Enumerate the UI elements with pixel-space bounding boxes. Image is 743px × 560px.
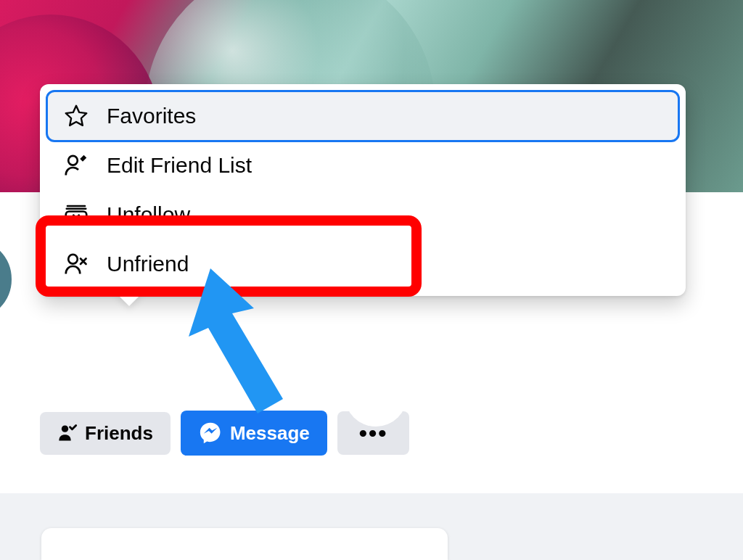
friends-dropdown-menu: Favorites Edit Friend List Unfollow	[40, 84, 686, 296]
message-button-label: Message	[230, 422, 310, 445]
dropdown-tail	[116, 293, 142, 306]
friends-icon	[57, 423, 78, 443]
dropdown-item-unfriend[interactable]: Unfriend	[47, 239, 678, 289]
archive-x-icon	[63, 202, 89, 228]
dropdown-item-label: Edit Friend List	[107, 153, 252, 178]
svg-point-0	[62, 426, 68, 432]
svg-point-1	[68, 156, 78, 165]
message-button[interactable]: Message	[181, 411, 327, 456]
dropdown-item-unfollow[interactable]: Unfollow	[47, 190, 678, 239]
friends-button[interactable]: Friends	[40, 412, 171, 455]
dropdown-item-label: Favorites	[107, 104, 196, 128]
svg-point-3	[68, 255, 78, 264]
dropdown-item-favorites[interactable]: Favorites	[47, 91, 678, 141]
dropdown-item-label: Unfollow	[107, 202, 190, 227]
friends-button-label: Friends	[85, 422, 153, 445]
dropdown-item-edit-friend-list[interactable]: Edit Friend List	[47, 141, 678, 190]
star-icon	[63, 103, 89, 129]
person-edit-icon	[63, 152, 89, 178]
avatar-story-badge	[345, 364, 407, 427]
dropdown-item-label: Unfriend	[107, 252, 189, 276]
content-card-top	[41, 528, 448, 560]
messenger-icon	[198, 421, 223, 445]
person-remove-icon	[63, 251, 89, 277]
